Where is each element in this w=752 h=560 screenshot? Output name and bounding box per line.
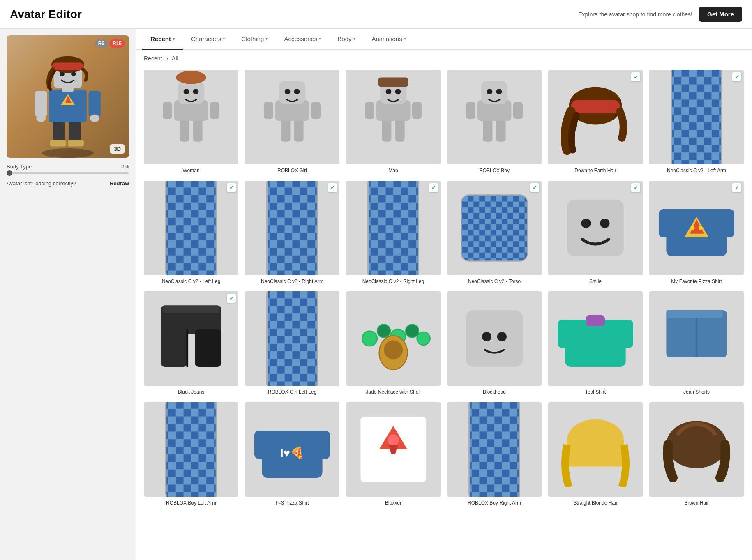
get-more-button[interactable]: Get More (699, 7, 742, 22)
list-item[interactable]: Blockhead (444, 288, 545, 399)
list-item[interactable]: ✓Smile (545, 177, 646, 288)
svg-rect-106 (466, 310, 523, 367)
item-name: Straight Blonde Hair (573, 500, 617, 507)
header: Avatar Editor Explore the avatar shop to… (0, 0, 752, 29)
svg-rect-135 (567, 438, 624, 466)
list-item[interactable]: ✓My Favorite Pizza Shirt (646, 177, 747, 288)
item-name: Bloxxer (385, 500, 401, 507)
list-item[interactable]: ✓NeoClassic C v2 - Left Leg (141, 177, 242, 288)
chevron-down-icon: ▾ (404, 37, 406, 41)
3d-button[interactable]: 3D (110, 144, 125, 154)
svg-rect-114 (666, 310, 723, 318)
svg-rect-21 (163, 102, 172, 119)
list-item[interactable]: ✓NeoClassic C v2 - Right Arm (242, 177, 343, 288)
tab-clothing-label: Clothing (241, 35, 264, 42)
r15-badge[interactable]: R15 (109, 39, 125, 48)
avatar-preview: R6 R15 (7, 35, 129, 158)
tab-accessories[interactable]: Accessories ▾ (276, 29, 329, 50)
list-item[interactable]: ✓NeoClassic C v2 - Torso (444, 177, 545, 288)
item-thumbnail (144, 70, 238, 164)
svg-rect-90 (161, 329, 187, 367)
item-name: Smile (589, 279, 602, 285)
check-badge: ✓ (732, 183, 741, 192)
svg-rect-63 (166, 181, 217, 275)
tab-recent[interactable]: Recent ▾ (142, 29, 183, 50)
item-name: NeoClassic C v2 - Right Arm (261, 279, 323, 285)
check-badge: ✓ (328, 183, 337, 192)
item-name: My Favorite Pizza Shirt (671, 279, 722, 285)
svg-rect-110 (558, 320, 577, 348)
svg-point-88 (699, 226, 702, 230)
tab-characters-label: Characters (191, 35, 221, 42)
check-badge: ✓ (530, 183, 539, 192)
svg-point-81 (600, 219, 610, 228)
tab-body-label: Body (337, 35, 351, 42)
item-name: Black Jeans (178, 389, 205, 396)
list-item[interactable]: Jean Shorts (646, 288, 747, 399)
svg-point-108 (497, 332, 507, 341)
svg-rect-112 (586, 315, 605, 327)
list-item[interactable]: ✓Black Jeans (141, 288, 242, 399)
redraw-link[interactable]: Redraw (110, 180, 129, 187)
svg-rect-4 (68, 140, 84, 146)
item-name: NeoClassic C v2 - Torso (468, 279, 521, 285)
svg-rect-83 (659, 209, 678, 237)
svg-rect-98 (267, 291, 318, 386)
svg-rect-78 (461, 195, 528, 261)
chevron-down-icon: ▾ (223, 37, 225, 41)
item-thumbnail (245, 291, 339, 386)
list-item[interactable]: ROBLOX Girl Left Leg (242, 288, 343, 399)
item-thumbnail (245, 70, 339, 164)
tab-clothing[interactable]: Clothing ▾ (233, 29, 276, 50)
tab-characters[interactable]: Characters ▾ (183, 29, 233, 50)
error-text: Avatar isn't loading correctly? (7, 180, 76, 187)
tab-animations[interactable]: Animations ▾ (364, 29, 414, 50)
svg-rect-48 (513, 102, 523, 119)
svg-rect-123 (311, 431, 330, 459)
item-name: Blockhead (483, 389, 506, 396)
svg-rect-58 (671, 70, 722, 164)
svg-point-102 (406, 325, 419, 338)
tab-recent-label: Recent (150, 35, 171, 42)
avatar-error-section: Avatar isn't loading correctly? Redraw (7, 180, 129, 187)
item-thumbnail: ✓ (144, 181, 238, 275)
item-name: Woman (182, 168, 199, 174)
list-item[interactable]: ROBLOX Boy (444, 67, 545, 177)
list-item[interactable]: Woman (141, 67, 242, 177)
svg-rect-122 (254, 431, 273, 459)
item-thumbnail: ✓ (649, 70, 744, 164)
body-type-slider[interactable] (7, 172, 129, 174)
check-badge: ✓ (227, 294, 236, 303)
list-item[interactable]: I♥🍕 I <3 Pizza Shirt (242, 399, 343, 510)
check-badge: ✓ (732, 72, 741, 81)
item-thumbnail: ✓ (346, 181, 441, 275)
svg-rect-49 (481, 81, 507, 104)
item-thumbnail: ✓ (245, 181, 339, 275)
tab-accessories-label: Accessories (284, 35, 317, 42)
svg-point-51 (496, 89, 502, 94)
list-item[interactable]: ROBLOX Girl (242, 67, 343, 177)
list-item[interactable]: ✓NeoClassic C v2 - Left Arm (646, 67, 747, 177)
item-name: Jean Shorts (683, 389, 710, 396)
svg-rect-92 (163, 306, 219, 313)
promo-text: Explore the avatar shop to find more clo… (578, 11, 692, 18)
tab-body[interactable]: Body ▾ (329, 29, 363, 50)
list-item[interactable]: Jade Necklace with Shell (343, 288, 444, 399)
svg-text:I♥🍕: I♥🍕 (280, 446, 304, 460)
r6-badge[interactable]: R6 (95, 39, 108, 48)
svg-point-33 (285, 89, 291, 94)
list-item[interactable]: Straight Blonde Hair (545, 399, 646, 510)
svg-rect-31 (311, 102, 321, 119)
list-item[interactable]: Bloxxer (343, 399, 444, 510)
list-item[interactable]: ROBLOX Boy Left Arm (141, 399, 242, 510)
svg-point-103 (417, 332, 430, 345)
list-item[interactable]: ✓Down to Earth Hair (545, 67, 646, 177)
list-item[interactable]: ✓NeoClassic C v2 - Right Leg (343, 177, 444, 288)
svg-rect-133 (469, 402, 520, 497)
svg-rect-73 (368, 181, 419, 275)
list-item[interactable]: ROBLOX Boy Right Arm (444, 399, 545, 510)
list-item[interactable]: Man (343, 67, 444, 177)
list-item[interactable]: Teal Shirt (545, 288, 646, 399)
list-item[interactable]: Brown Hair (646, 399, 747, 510)
breadcrumb-parent[interactable]: Recent (144, 55, 162, 62)
